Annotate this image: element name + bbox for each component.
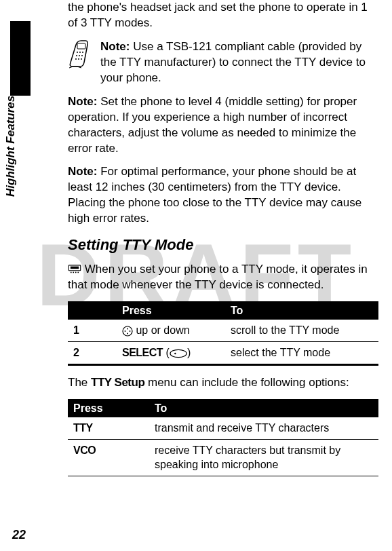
svg-point-21 (170, 349, 187, 357)
svg-point-6 (81, 55, 83, 56)
table2-head-press: Press (68, 399, 149, 418)
svg-point-20 (130, 330, 131, 332)
step2-to: select the TTY mode (225, 341, 378, 364)
svg-point-17 (127, 328, 128, 330)
note-with-icon: Note: Use a TSB-121 compliant cable (pro… (68, 39, 378, 86)
svg-point-13 (73, 272, 74, 273)
svg-point-7 (75, 58, 77, 60)
steps-table: Press To 1 up or down scroll to the TTY … (68, 301, 378, 366)
step1-to: scroll to the TTY mode (225, 320, 378, 341)
svg-rect-0 (77, 43, 85, 49)
step1-press: up or down (117, 320, 225, 341)
table1-head-press: Press (117, 301, 225, 320)
opt-vco-desc: receive TTY characters but transmit by s… (149, 439, 378, 476)
svg-point-2 (79, 52, 81, 53)
svg-point-22 (174, 353, 176, 354)
opt-vco: VCO (68, 439, 149, 476)
note1-text: Note: Use a TSB-121 compliant cable (pro… (100, 39, 378, 86)
table2-head-to: To (149, 399, 378, 418)
page-number: 22 (12, 527, 26, 543)
table-row: VCO receive TTY characters but transmit … (68, 439, 378, 476)
note2-label: Note: (68, 95, 97, 108)
step-number: 2 (68, 341, 117, 364)
step-number: 1 (68, 320, 117, 341)
intro-paragraph: the phone's headset jack and set the pho… (68, 0, 378, 31)
svg-rect-11 (71, 267, 79, 269)
tty-glyph-icon (68, 262, 81, 278)
table1-head-blank (68, 301, 117, 320)
menu-label: TTY Setup (91, 376, 144, 389)
svg-point-14 (75, 272, 77, 273)
svg-point-1 (77, 52, 78, 53)
table-row: 1 up or down scroll to the TTY mode (68, 320, 378, 341)
menu-paragraph: The TTY Setup menu can include the follo… (68, 375, 378, 391)
svg-point-8 (78, 58, 79, 60)
section-heading: Setting TTY Mode (68, 235, 378, 255)
softkey-icon (170, 347, 187, 358)
svg-point-3 (82, 52, 83, 53)
table-row: 2 SELECT () select the TTY mode (68, 341, 378, 364)
svg-point-15 (77, 272, 79, 273)
svg-point-9 (81, 58, 82, 60)
options-table: Press To TTY transmit and receive TTY ch… (68, 399, 378, 476)
note3-text: Note: For optimal performance, your phon… (68, 164, 378, 227)
svg-point-16 (123, 326, 132, 336)
svg-point-18 (127, 333, 128, 335)
svg-point-4 (76, 55, 77, 56)
note2-text: Note: Set the phone to level 4 (middle s… (68, 94, 378, 157)
opt-tty: TTY (68, 417, 149, 439)
table-row: TTY transmit and receive TTY characters (68, 417, 378, 439)
note1-label: Note: (100, 40, 130, 53)
svg-point-5 (79, 55, 80, 56)
opt-tty-desc: transmit and receive TTY characters (149, 417, 378, 439)
note3-label: Note: (68, 165, 97, 178)
setting-paragraph: When you set your phone to a TTY mode, i… (68, 262, 378, 293)
svg-point-12 (71, 272, 72, 273)
phone-illustration-icon (68, 39, 91, 75)
svg-point-19 (125, 330, 126, 332)
nav-key-icon (122, 324, 136, 336)
page-content: the phone's headset jack and set the pho… (0, 0, 392, 476)
table1-head-to: To (225, 301, 378, 320)
step2-press: SELECT () (117, 341, 225, 364)
